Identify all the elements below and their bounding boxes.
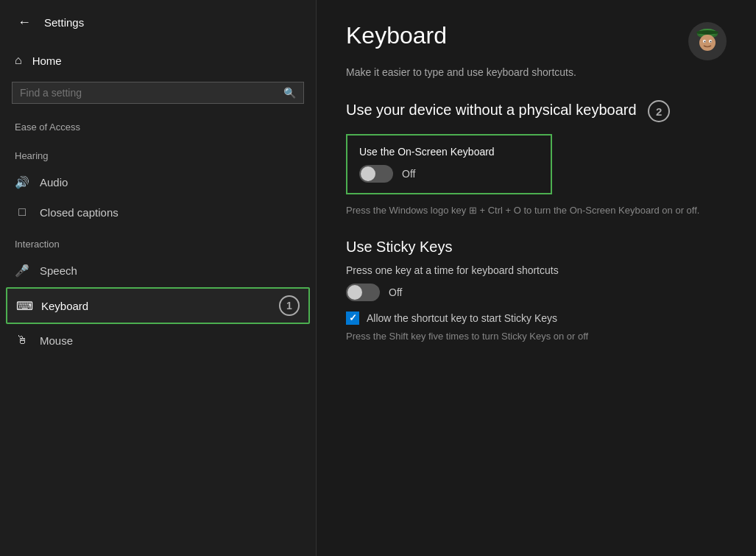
svg-point-6 — [704, 41, 706, 43]
page-subtitle: Make it easier to type and use keyboard … — [346, 66, 727, 78]
toggle-row: Off — [359, 165, 539, 183]
speech-label: Speech — [40, 264, 77, 277]
sticky-keys-checkbox-row[interactable]: ✓ Allow the shortcut key to start Sticky… — [346, 312, 727, 325]
back-button[interactable]: ← — [15, 12, 34, 33]
mouse-icon: 🖱 — [15, 334, 29, 347]
sticky-keys-desc: Press one key at a time for keyboard sho… — [346, 264, 727, 276]
sidebar-header: ← Settings — [0, 0, 316, 45]
section1-badge: 2 — [648, 100, 670, 122]
main-content: Keyboard Make it easier to type — [317, 0, 756, 556]
avatar-svg — [688, 22, 727, 60]
on-screen-keyboard-toggle[interactable] — [359, 165, 393, 183]
sidebar: ← Settings ⌂ Home 🔍 Ease of Access Heari… — [0, 0, 317, 556]
keyboard-icon: ⌨ — [16, 299, 31, 313]
on-screen-keyboard-state: Off — [402, 168, 415, 180]
search-icon: 🔍 — [283, 87, 296, 99]
sticky-keys-hint: Press the Shift key five times to turn S… — [346, 331, 727, 342]
ease-of-access-label: Ease of Access — [0, 110, 316, 138]
sticky-keys-checkbox[interactable]: ✓ — [346, 312, 359, 325]
section1-heading: Use your device without a physical keybo… — [346, 100, 727, 122]
home-nav-item[interactable]: ⌂ Home — [0, 45, 316, 76]
sidebar-item-closed-captions[interactable]: □ Closed captions — [0, 197, 316, 227]
closed-captions-label: Closed captions — [40, 206, 119, 219]
toggle-knob — [361, 166, 375, 181]
sticky-keys-knob — [347, 285, 362, 300]
on-screen-keyboard-hint: Press the Windows logo key ⊞ + Ctrl + O … — [346, 203, 727, 218]
sticky-keys-toggle[interactable] — [346, 284, 380, 301]
checkmark-icon: ✓ — [349, 312, 357, 323]
search-box: 🔍 — [12, 82, 304, 104]
keyboard-badge: 1 — [279, 295, 300, 316]
closed-captions-icon: □ — [15, 205, 29, 219]
sticky-keys-heading: Use Sticky Keys — [346, 239, 727, 256]
home-label: Home — [32, 54, 62, 67]
sidebar-title: Settings — [44, 16, 84, 29]
svg-point-8 — [696, 30, 718, 35]
page-header: Keyboard — [346, 22, 727, 60]
sidebar-item-audio[interactable]: 🔊 Audio — [0, 167, 316, 197]
audio-label: Audio — [40, 176, 68, 189]
toggle-box-label: Use the On-Screen Keyboard — [359, 146, 539, 158]
svg-point-7 — [710, 41, 712, 43]
sidebar-item-keyboard[interactable]: ⌨ Keyboard 1 — [6, 287, 310, 324]
avatar — [688, 22, 727, 60]
svg-point-3 — [699, 35, 716, 51]
audio-icon: 🔊 — [15, 175, 29, 189]
sticky-keys-state: Off — [389, 286, 402, 298]
search-input[interactable] — [20, 87, 278, 99]
speech-icon: 🎤 — [15, 264, 29, 278]
sidebar-item-mouse[interactable]: 🖱 Mouse — [0, 325, 316, 355]
keyboard-label: Keyboard — [41, 300, 88, 312]
sidebar-item-speech[interactable]: 🎤 Speech — [0, 256, 316, 286]
home-icon: ⌂ — [15, 54, 22, 67]
mouse-label: Mouse — [40, 334, 73, 347]
page-title: Keyboard — [346, 22, 447, 49]
on-screen-keyboard-toggle-box: Use the On-Screen Keyboard Off — [346, 134, 552, 194]
interaction-section-label: Interaction — [0, 227, 316, 256]
sticky-keys-section: Use Sticky Keys Press one key at a time … — [346, 239, 727, 342]
sticky-keys-checkbox-label: Allow the shortcut key to start Sticky K… — [367, 312, 557, 324]
back-icon: ← — [18, 15, 31, 30]
sticky-keys-toggle-row: Off — [346, 284, 727, 301]
hearing-section-label: Hearing — [0, 138, 316, 167]
